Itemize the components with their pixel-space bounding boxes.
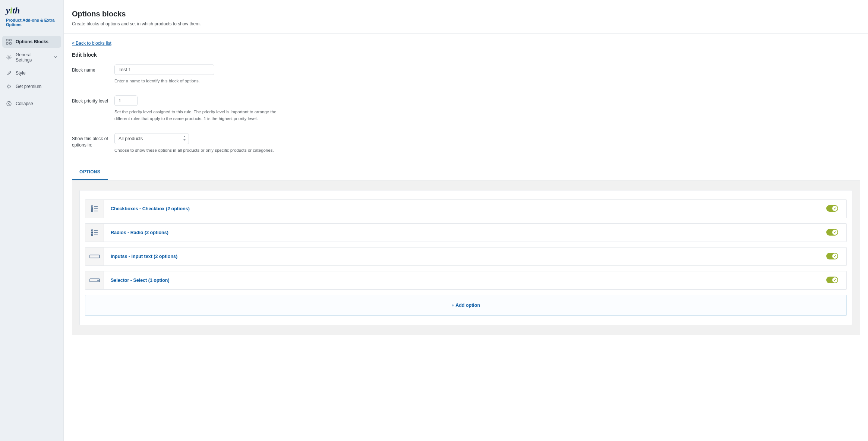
sidebar-item-options-blocks[interactable]: Options Blocks <box>2 36 61 48</box>
sidebar-item-general-settings[interactable]: General Settings <box>2 49 61 66</box>
toggle-enabled[interactable] <box>826 253 838 259</box>
row-priority: Block priority level Set the priority le… <box>72 95 860 122</box>
tab-options[interactable]: OPTIONS <box>72 165 108 180</box>
label-priority: Block priority level <box>72 95 114 104</box>
sparkle-icon <box>6 84 12 89</box>
help-priority: Set the priority level assigned to this … <box>114 109 278 122</box>
sidebar-item-label: Options Blocks <box>16 39 48 44</box>
input-block-name[interactable] <box>114 64 214 75</box>
svg-point-5 <box>7 101 11 106</box>
back-link[interactable]: < Back to blocks list <box>72 41 111 46</box>
page-header: Options blocks Create blocks of options … <box>64 0 868 34</box>
brand-logo: yith <box>6 6 57 15</box>
svg-rect-10 <box>91 210 93 212</box>
sidebar-item-label: Style <box>16 70 26 76</box>
chevron-down-icon <box>54 55 57 60</box>
row-show-in: Show this block of options in: All produ… <box>72 133 860 154</box>
toggle-enabled[interactable] <box>826 277 838 283</box>
svg-point-1 <box>10 39 12 41</box>
svg-rect-2 <box>6 42 8 44</box>
check-icon <box>832 277 837 283</box>
help-block-name: Enter a name to identify this block of o… <box>114 78 278 84</box>
option-row-title: Radios - Radio (2 options) <box>104 230 826 235</box>
blocks-icon <box>6 39 12 45</box>
input-priority[interactable] <box>114 95 138 106</box>
svg-rect-6 <box>91 206 93 207</box>
option-row-inputs[interactable]: Inputss - Input text (2 options) <box>85 247 847 266</box>
options-panel: Checkboxes - Checkbox (2 options) <box>72 180 860 335</box>
check-icon <box>832 253 837 259</box>
section-title: Edit block <box>72 52 860 58</box>
option-row-selector[interactable]: Selector - Select (1 option) <box>85 271 847 290</box>
sidebar: yith Product Add-ons & Extra Options Opt… <box>0 0 63 441</box>
label-block-name: Block name <box>72 64 114 73</box>
select-show-in[interactable]: All products <box>114 133 189 144</box>
page-description: Create blocks of options and set in whic… <box>72 21 860 26</box>
text-input-icon <box>85 248 104 265</box>
checkbox-list-icon <box>85 200 104 218</box>
brand-subtitle: Product Add-ons & Extra Options <box>6 18 57 27</box>
brush-icon <box>6 70 12 76</box>
content: < Back to blocks list Edit block Block n… <box>64 34 868 346</box>
help-show-in: Choose to show these options in all prod… <box>114 147 383 154</box>
svg-point-4 <box>8 57 10 58</box>
check-icon <box>832 230 837 235</box>
option-row-title: Selector - Select (1 option) <box>104 278 826 283</box>
svg-rect-19 <box>90 255 100 258</box>
brand: yith Product Add-ons & Extra Options <box>2 4 61 28</box>
side-nav: Options Blocks General Settings Style <box>2 36 61 110</box>
svg-point-12 <box>91 230 93 231</box>
option-row-title: Inputss - Input text (2 options) <box>104 254 826 259</box>
svg-point-15 <box>92 232 92 233</box>
page-title: Options blocks <box>72 10 860 18</box>
options-panel-inner: Checkboxes - Checkbox (2 options) <box>79 190 852 325</box>
svg-rect-3 <box>10 42 12 44</box>
select-icon <box>85 271 104 289</box>
sidebar-item-label: General Settings <box>16 52 46 63</box>
option-row-checkboxes[interactable]: Checkboxes - Checkbox (2 options) <box>85 199 847 218</box>
main: Options blocks Create blocks of options … <box>63 0 868 441</box>
option-row-title: Checkboxes - Checkbox (2 options) <box>104 206 826 211</box>
gear-icon <box>6 54 12 60</box>
add-option-button[interactable]: + Add option <box>85 295 847 316</box>
sidebar-item-get-premium[interactable]: Get premium <box>2 81 61 92</box>
label-show-in: Show this block of options in: <box>72 133 114 148</box>
toggle-enabled[interactable] <box>826 229 838 236</box>
option-row-radios[interactable]: Radios - Radio (2 options) <box>85 223 847 242</box>
sidebar-collapse[interactable]: Collapse <box>2 98 61 110</box>
svg-rect-0 <box>6 39 8 41</box>
check-icon <box>832 206 837 211</box>
row-block-name: Block name Enter a name to identify this… <box>72 64 860 84</box>
sidebar-item-style[interactable]: Style <box>2 67 61 79</box>
svg-point-17 <box>91 234 93 236</box>
tabs: OPTIONS <box>72 165 860 180</box>
collapse-icon <box>6 101 12 107</box>
radio-list-icon <box>85 224 104 242</box>
sidebar-item-label: Collapse <box>16 101 33 106</box>
toggle-enabled[interactable] <box>826 205 838 212</box>
sidebar-item-label: Get premium <box>16 84 41 89</box>
